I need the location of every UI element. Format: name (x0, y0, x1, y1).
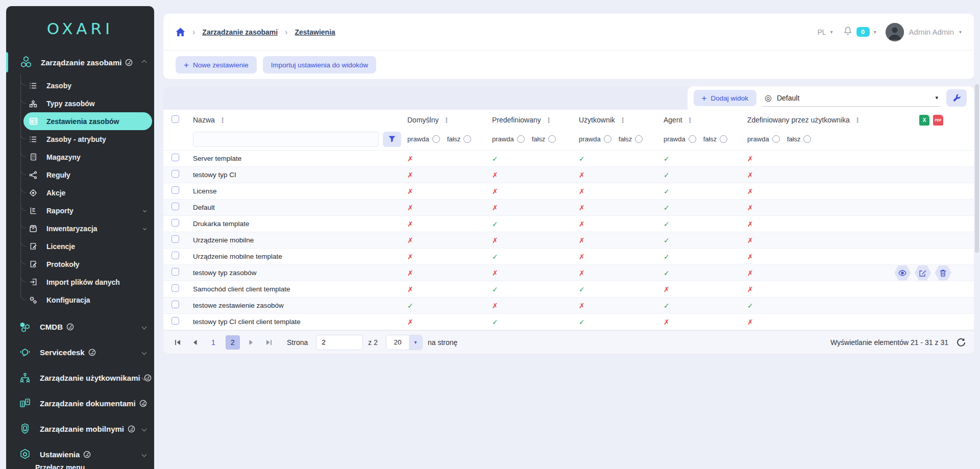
table-row[interactable]: Samochód client client template ✗ ✓ ✓ ✗ … (163, 281, 974, 298)
filter-true-radio[interactable] (772, 135, 780, 143)
plus-icon: + (702, 94, 707, 103)
sidebar-item-akcje[interactable]: Akcje (6, 184, 154, 202)
table-row[interactable]: testowy typ CI ✗ ✗ ✗ ✓ ✗ (163, 167, 974, 183)
new-zestawienie-button[interactable]: + Nowe zestawienie (176, 56, 257, 73)
column-menu-icon[interactable]: ⋮ (854, 116, 861, 124)
sidebar-item-zasoby[interactable]: Zasoby (6, 77, 154, 94)
sidebar-item-zarzadzanie-uzytkownikami[interactable]: Zarządzanie użytkownikami (6, 365, 154, 390)
page-scrollbar-thumb[interactable] (975, 84, 979, 253)
row-checkbox[interactable] (172, 219, 179, 227)
first-page-button[interactable] (172, 336, 184, 349)
filter-false-radio[interactable] (720, 135, 727, 143)
sidebar-item-reguly[interactable]: Reguły (6, 166, 154, 184)
export-excel-icon[interactable]: X (919, 115, 929, 126)
delete-row-button[interactable] (935, 265, 951, 281)
last-page-button[interactable] (262, 336, 275, 349)
name-filter-input[interactable] (193, 132, 379, 147)
breadcrumb-link-zestawienia[interactable]: Zestawienia (295, 28, 335, 36)
row-checkbox[interactable] (172, 170, 179, 178)
user-menu[interactable]: Admin Admin ▾ (886, 23, 962, 41)
refresh-button[interactable] (957, 338, 966, 347)
sidebar-item-protokoly[interactable]: Protokoły (6, 255, 154, 273)
table-row[interactable]: Default ✗ ✗ ✗ ✓ ✗ (163, 200, 974, 216)
sidebar-item-zestawienia-zasobow[interactable]: Zestawienia zasobów (23, 112, 152, 130)
filter-false-radio[interactable] (463, 135, 471, 143)
value-predefiniowany: ✓ (486, 220, 573, 228)
table-row[interactable]: testowy typ zasobów ✗ ✗ ✗ ✓ ✗ (163, 265, 974, 281)
select-all-checkbox[interactable] (172, 115, 179, 123)
value-agent: ✓ (657, 253, 741, 261)
next-page-button[interactable] (245, 336, 257, 349)
page-button-2-active[interactable]: 2 (226, 335, 240, 350)
table-row[interactable]: Drukarka template ✗ ✓ ✗ ✓ ✗ (163, 216, 974, 232)
column-menu-icon[interactable]: ⋮ (620, 116, 626, 124)
filter-true-radio[interactable] (517, 135, 525, 143)
row-checkbox[interactable] (172, 235, 179, 243)
table-row[interactable]: testowe zestawienie zasobów ✓ ✗ ✗ ✓ ✓ (163, 298, 974, 314)
sidebar-item-label: Zestawienia zasobów (46, 117, 119, 126)
value-domyslny: ✗ (401, 155, 486, 163)
table-row[interactable]: Urządzenie mobilne ✗ ✗ ✗ ✓ ✗ (163, 232, 974, 249)
table-row[interactable]: Server template ✗ ✓ ✓ ✓ ✗ (163, 151, 974, 167)
column-menu-icon[interactable]: ⋮ (219, 116, 226, 124)
eye-icon (898, 270, 906, 276)
sidebar-item-cmdb[interactable]: CMDB (6, 314, 154, 339)
sidebar-item-magazyny[interactable]: Magazyny (6, 148, 154, 166)
table-row[interactable]: License ✗ ✗ ✗ ✓ ✗ (163, 183, 974, 200)
sidebar-item-zarzadzanie-mobilnymi[interactable]: Zarządzanie mobilnymi (6, 416, 154, 441)
sidebar-item-zarzadzanie-dokumentami[interactable]: Zarządzanie dokumentami (6, 390, 154, 416)
filter-true-radio[interactable] (604, 135, 611, 143)
page-number-input[interactable] (316, 335, 363, 350)
row-checkbox[interactable] (172, 154, 179, 161)
add-view-button[interactable]: + Dodaj widok (694, 90, 756, 106)
edit-row-button[interactable] (915, 265, 932, 281)
page-button-1[interactable]: 1 (206, 335, 220, 350)
view-row-button[interactable] (894, 265, 911, 281)
value-uzytkownik: ✗ (573, 204, 657, 212)
row-checkbox[interactable] (172, 301, 179, 308)
view-settings-button[interactable] (946, 89, 967, 107)
sidebar-item-raporty[interactable]: Raporty (6, 202, 154, 219)
previous-page-button[interactable] (189, 336, 201, 349)
view-select[interactable]: ◎ Default ▾ (763, 89, 940, 107)
sidebar-item-zasoby-atrybuty[interactable]: Zasoby - atrybuty (6, 130, 154, 148)
value-agent: ✓ (657, 302, 741, 310)
filter-false-radio[interactable] (548, 135, 556, 143)
row-checkbox[interactable] (172, 203, 179, 210)
column-menu-icon[interactable]: ⋮ (546, 116, 552, 124)
sidebar-item-import-plikow[interactable]: Import plików danych (6, 273, 154, 291)
filter-true-radio[interactable] (689, 135, 696, 143)
filter-false-radio[interactable] (635, 135, 643, 143)
breadcrumb-link-zarzadzanie-zasobami[interactable]: Zarządzanie zasobami (202, 28, 278, 36)
row-checkbox[interactable] (172, 317, 179, 325)
sidebar-item-servicedesk[interactable]: Servicedesk (6, 339, 154, 365)
notifications-menu[interactable]: 0 ▾ (843, 26, 876, 38)
row-checkbox[interactable] (172, 252, 179, 259)
row-name: Urządzenie mobilne (187, 236, 401, 244)
page-size-select[interactable]: 20 ▾ (386, 335, 423, 350)
language-selector[interactable]: PL ▾ (817, 28, 832, 36)
sidebar-item-zarzadzanie-zasobami[interactable]: Zarządzanie zasobami (6, 51, 154, 73)
home-icon[interactable] (176, 28, 185, 37)
value-agent: ✓ (657, 204, 741, 212)
sidebar-item-inwentaryzacja[interactable]: Inwentaryzacja (6, 219, 154, 237)
collapse-menu-button[interactable]: Przełącz menu (6, 459, 154, 469)
row-checkbox[interactable] (172, 284, 179, 292)
chevron-down-icon (142, 452, 147, 457)
column-menu-icon[interactable]: ⋮ (687, 116, 694, 124)
filter-button[interactable] (383, 132, 401, 147)
row-checkbox[interactable] (172, 268, 179, 276)
sidebar-item-licencje[interactable]: Licencje (6, 237, 154, 255)
filter-true-radio[interactable] (432, 135, 440, 143)
value-domyslny: ✗ (401, 253, 486, 261)
sidebar-item-konfiguracja[interactable]: Konfiguracja (6, 291, 154, 309)
import-settings-button[interactable]: Importuj ustawienia do widoków (263, 56, 377, 73)
sidebar-item-typy-zasobow[interactable]: Typy zasobów (6, 94, 154, 112)
table-row[interactable]: Urządzenie mobilne template ✗ ✓ ✗ ✓ ✗ (163, 249, 974, 265)
row-checkbox[interactable] (172, 186, 179, 194)
value-uzytkownik: ✗ (573, 187, 657, 195)
filter-false-radio[interactable] (803, 135, 811, 143)
column-menu-icon[interactable]: ⋮ (443, 116, 450, 124)
export-pdf-icon[interactable]: PDF (933, 115, 943, 126)
table-row[interactable]: testowy typ CI client client template ✗ … (163, 314, 974, 330)
